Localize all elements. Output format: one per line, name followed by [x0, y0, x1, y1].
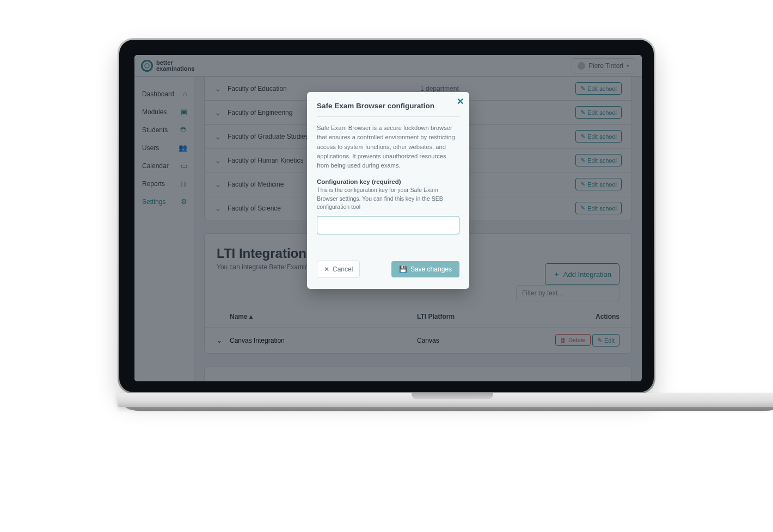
- save-label: Save changes: [410, 265, 452, 273]
- seb-config-modal: ✕ Safe Exam Browser configuration Safe E…: [307, 92, 469, 289]
- config-key-input[interactable]: [317, 216, 459, 234]
- config-key-label: Configuration key (required): [317, 178, 459, 185]
- save-icon: 💾: [399, 265, 407, 273]
- close-icon[interactable]: ✕: [457, 96, 464, 107]
- cancel-label: Cancel: [333, 265, 353, 273]
- app-screen: better examinations Piero Tintori ▾ Dash…: [134, 55, 642, 381]
- config-key-hint: This is the configuration key for your S…: [317, 186, 459, 212]
- save-button[interactable]: 💾 Save changes: [391, 261, 459, 277]
- close-icon: ✕: [324, 265, 329, 273]
- cancel-button[interactable]: ✕ Cancel: [317, 261, 360, 278]
- modal-title: Safe Exam Browser configuration: [317, 102, 459, 117]
- modal-overlay: ✕ Safe Exam Browser configuration Safe E…: [134, 55, 642, 381]
- modal-body: Safe Exam Browser is a secure lockdown b…: [317, 123, 459, 171]
